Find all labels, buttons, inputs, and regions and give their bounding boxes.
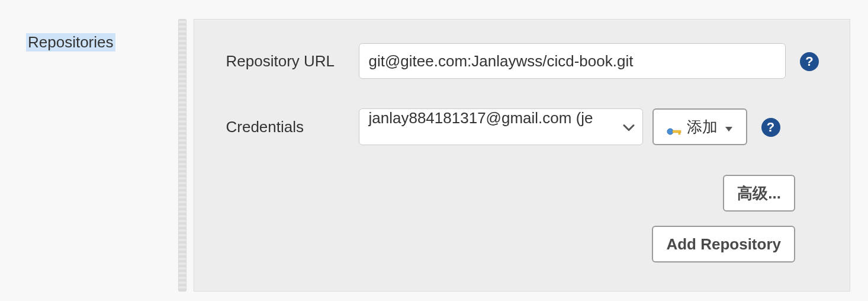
add-credentials-label: 添加 (687, 117, 718, 137)
help-icon[interactable]: ? (761, 118, 780, 137)
repository-config-panel: Repository URL ? Credentials janlay88418… (194, 19, 850, 292)
add-credentials-button[interactable]: 添加 (652, 108, 747, 145)
label-repository-url: Repository URL (226, 52, 359, 71)
add-repository-button[interactable]: Add Repository (652, 226, 795, 262)
section-label-repositories: Repositories (26, 33, 115, 52)
svg-marker-3 (725, 127, 732, 132)
svg-point-0 (667, 129, 673, 135)
row-credentials: Credentials janlay884181317@gmail.com (j… (226, 108, 824, 145)
label-credentials: Credentials (226, 118, 359, 136)
select-credentials[interactable]: janlay884181317@gmail.com (je (359, 108, 643, 145)
action-buttons: 高级... Add Repository (226, 175, 824, 262)
row-repository-url: Repository URL ? (226, 43, 824, 79)
help-icon[interactable]: ? (800, 52, 819, 71)
drag-handle[interactable] (178, 19, 187, 292)
key-icon (667, 122, 682, 132)
svg-rect-2 (679, 132, 680, 135)
input-repository-url[interactable] (359, 43, 786, 79)
advanced-button[interactable]: 高级... (723, 175, 795, 212)
caret-down-icon (725, 118, 733, 136)
